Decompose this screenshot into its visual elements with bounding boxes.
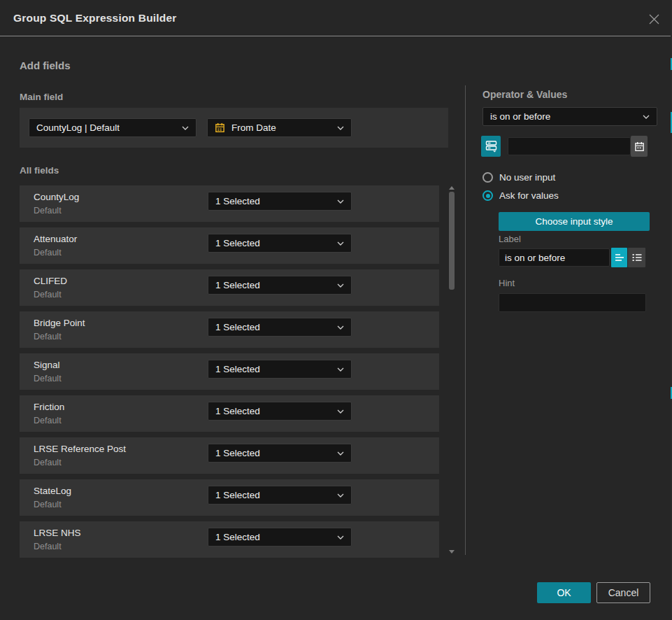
chevron-down-icon [337, 535, 344, 540]
chevron-down-icon [337, 199, 344, 204]
field-selection-dropdown[interactable]: 1 Selected [208, 444, 352, 463]
field-row: LRSE Reference Post Default 1 Selected [20, 437, 439, 474]
field-selection-dropdown[interactable]: 1 Selected [208, 402, 352, 421]
layer-dropdown[interactable]: CountyLog | Default [29, 118, 196, 137]
layer-dropdown-value: CountyLog | Default [36, 122, 120, 133]
field-selection-value: 1 Selected [215, 196, 260, 206]
field-selection-value: 1 Selected [215, 406, 260, 416]
radio-ask-for-values[interactable]: Ask for values [482, 190, 559, 201]
main-field-box: CountyLog | Default From Date [20, 108, 448, 148]
field-subtitle: Default [34, 374, 62, 383]
operator-dropdown-value: is on or before [490, 111, 550, 122]
label-caption: Label [499, 234, 521, 244]
label-style-list-button[interactable] [628, 248, 645, 267]
field-selection-dropdown[interactable]: 1 Selected [208, 318, 352, 337]
close-icon [648, 13, 660, 25]
chevron-down-icon [337, 409, 344, 414]
ok-button[interactable]: OK [537, 582, 591, 603]
vertical-divider [465, 85, 466, 555]
field-name: StateLog [34, 486, 71, 496]
field-subtitle: Default [34, 206, 62, 216]
chevron-down-icon [337, 283, 344, 288]
field-name: LRSE Reference Post [34, 444, 126, 454]
field-row: StateLog Default 1 Selected [20, 479, 439, 516]
bullet-list-icon [632, 253, 642, 262]
all-fields-heading: All fields [20, 165, 59, 176]
scrollbar-up-arrow[interactable] [449, 186, 455, 190]
chevron-down-icon [337, 126, 344, 130]
field-name: Attenuator [34, 234, 77, 244]
field-selection-value: 1 Selected [215, 238, 260, 248]
label-input[interactable] [499, 248, 610, 267]
field-subtitle: Default [34, 458, 62, 467]
radio-label: No user input [499, 172, 555, 183]
all-fields-list: CountyLog Default 1 Selected Attenuator … [20, 185, 439, 563]
align-left-icon [615, 253, 624, 262]
date-picker-button[interactable] [631, 136, 648, 157]
radio-no-user-input[interactable]: No user input [482, 172, 555, 183]
field-row: Bridge Point Default 1 Selected [20, 311, 439, 348]
field-row: Signal Default 1 Selected [20, 353, 439, 390]
field-name: Signal [34, 360, 60, 370]
field-selection-value: 1 Selected [215, 532, 260, 542]
field-subtitle: Default [34, 332, 62, 341]
choose-input-style-button[interactable]: Choose input style [499, 212, 650, 231]
field-name: LRSE NHS [34, 528, 81, 538]
operator-dropdown[interactable]: is on or before [482, 107, 657, 126]
close-button[interactable] [647, 12, 661, 26]
hint-input[interactable] [499, 293, 646, 312]
field-selection-value: 1 Selected [215, 322, 260, 332]
field-subtitle: Default [34, 248, 62, 258]
field-row: CLIFED Default 1 Selected [20, 269, 439, 306]
field-subtitle: Default [34, 290, 62, 300]
field-selection-dropdown[interactable]: 1 Selected [208, 234, 352, 253]
field-name: CountyLog [34, 192, 79, 202]
field-selection-value: 1 Selected [215, 448, 260, 458]
group-sql-expression-builder-dialog: Group SQL Expression Builder Add fields … [0, 0, 672, 620]
operator-values-heading: Operator & Values [482, 89, 567, 100]
field-name: CLIFED [34, 276, 67, 286]
scrollbar-thumb[interactable] [449, 192, 455, 290]
chevron-down-icon [337, 367, 344, 372]
field-row: CountyLog Default 1 Selected [20, 185, 439, 222]
field-name: Friction [34, 402, 64, 412]
add-fields-heading: Add fields [20, 59, 71, 71]
field-row: LRSE NHS Default 1 Selected [20, 521, 439, 558]
radio-circle-selected [482, 190, 493, 201]
field-selection-dropdown[interactable]: 1 Selected [208, 192, 352, 211]
field-row: Attenuator Default 1 Selected [20, 227, 439, 264]
dialog-title: Group SQL Expression Builder [13, 12, 177, 24]
chevron-down-icon [337, 325, 344, 330]
scrollbar-down-arrow[interactable] [449, 550, 455, 554]
calendar-icon [634, 141, 645, 152]
chevron-down-icon [182, 126, 189, 130]
chevron-down-icon [643, 115, 650, 119]
field-selection-dropdown[interactable]: 1 Selected [208, 276, 352, 295]
field-selection-value: 1 Selected [215, 280, 260, 290]
chevron-down-icon [337, 451, 344, 456]
value-input[interactable] [508, 137, 631, 155]
field-subtitle: Default [34, 542, 62, 551]
field-selection-dropdown[interactable]: 1 Selected [208, 528, 352, 547]
field-subtitle: Default [34, 500, 62, 509]
calendar-icon [215, 122, 225, 133]
cancel-button[interactable]: Cancel [596, 582, 650, 603]
stacked-values-icon [485, 140, 497, 153]
chevron-down-icon [337, 493, 344, 498]
field-name: Bridge Point [34, 318, 85, 328]
field-selection-dropdown[interactable]: 1 Selected [208, 360, 352, 379]
field-subtitle: Default [34, 416, 62, 425]
value-input-type-button[interactable] [481, 136, 501, 157]
label-style-single-button[interactable] [611, 248, 627, 267]
radio-label: Ask for values [499, 190, 559, 201]
field-selection-value: 1 Selected [215, 364, 260, 374]
radio-circle [482, 172, 493, 183]
chevron-down-icon [337, 241, 344, 246]
field-selection-value: 1 Selected [215, 490, 260, 500]
hint-caption: Hint [499, 278, 515, 288]
main-date-field-value: From Date [231, 122, 276, 133]
dialog-header: Group SQL Expression Builder [0, 0, 672, 36]
main-date-field-dropdown[interactable]: From Date [207, 118, 352, 137]
field-row: Friction Default 1 Selected [20, 395, 439, 432]
field-selection-dropdown[interactable]: 1 Selected [208, 486, 352, 505]
